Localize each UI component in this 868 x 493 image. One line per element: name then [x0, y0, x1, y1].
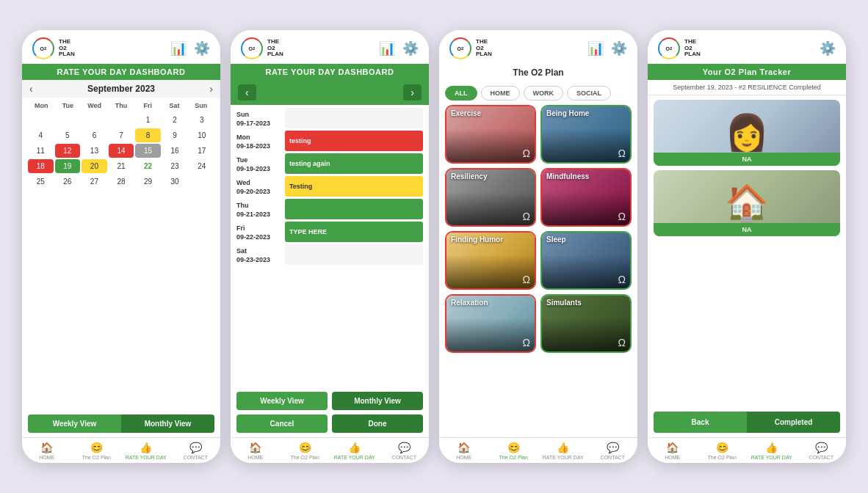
relaxation-omega: Ω: [523, 337, 530, 348]
monthly-view-button[interactable]: Monthly View: [121, 415, 214, 433]
tracker-item-1[interactable]: 👩 NA: [654, 100, 840, 166]
cal-day-gray[interactable]: 15: [135, 144, 161, 158]
activity-resiliency[interactable]: Resiliency Ω: [445, 168, 536, 227]
activity-exercise[interactable]: Exercise Ω: [445, 105, 536, 164]
weekly-view-btn-2[interactable]: Weekly View: [236, 392, 328, 410]
cal-day[interactable]: 4: [28, 128, 54, 142]
monthly-view-btn-2[interactable]: Monthly View: [332, 392, 423, 410]
week-bar-fri[interactable]: TYPE HERE: [285, 222, 423, 242]
cal-day[interactable]: 16: [162, 144, 188, 158]
activity-finding-humor[interactable]: Finding Humor Ω: [445, 231, 536, 290]
week-date-tue: Tue09-19-2023: [236, 153, 282, 174]
nav-label: CONTACT: [809, 455, 833, 460]
filter-home[interactable]: HOME: [481, 86, 520, 101]
week-bar-sun[interactable]: [285, 108, 423, 128]
weekly-view-button[interactable]: Weekly View: [28, 415, 121, 433]
activity-mindfulness[interactable]: Mindfulness Ω: [540, 168, 632, 227]
cal-day[interactable]: 28: [109, 175, 134, 189]
cal-day[interactable]: 2: [162, 113, 188, 127]
cal-day[interactable]: 6: [82, 128, 107, 142]
activity-sleep[interactable]: Sleep Ω: [540, 231, 632, 290]
nav-home-3[interactable]: 🏠HOME: [439, 438, 489, 463]
cal-day[interactable]: 5: [55, 128, 81, 142]
bottom-nav-3: 🏠HOME 😊The O2 Plan 👍RATE YOUR DAY 💬CONTA…: [439, 437, 637, 463]
chart-icon-1[interactable]: 📊: [170, 40, 187, 56]
nav-label: HOME: [456, 455, 471, 460]
rateyourday-icon: 👍: [140, 442, 152, 453]
cancel-btn[interactable]: Cancel: [236, 415, 328, 433]
cal-day[interactable]: 10: [189, 128, 214, 142]
cal-day[interactable]: 27: [82, 175, 107, 189]
cal-day[interactable]: 17: [189, 144, 214, 158]
activity-being-home[interactable]: Being Home Ω: [540, 105, 632, 164]
gear-icon-2[interactable]: ⚙️: [402, 40, 419, 56]
nav-rateyourday-1[interactable]: 👍RATE YOUR DAY: [121, 438, 171, 463]
prev-week-button[interactable]: ‹: [238, 84, 256, 101]
cal-day[interactable]: 25: [28, 175, 54, 189]
screen3-content: ALL HOME WORK SOCIAL Exercise Ω: [439, 81, 637, 437]
nav-rateyourday-3[interactable]: 👍RATE YOUR DAY: [538, 438, 588, 463]
view-buttons: Weekly View Monthly View: [28, 415, 214, 433]
week-bar-wed[interactable]: Testing: [285, 176, 423, 197]
cal-day[interactable]: 9: [162, 128, 188, 142]
cal-day-yellow[interactable]: 20: [82, 159, 107, 173]
cal-day[interactable]: 30: [162, 175, 188, 189]
cal-day[interactable]: 1: [135, 113, 161, 127]
filter-social[interactable]: SOCIAL: [567, 86, 611, 101]
cal-day[interactable]: 23: [162, 159, 188, 173]
cal-day[interactable]: 3: [189, 113, 214, 127]
week-bar-tue[interactable]: testing again: [285, 153, 423, 174]
cal-day[interactable]: 21: [109, 159, 134, 173]
chart-icon-3[interactable]: 📊: [587, 40, 604, 56]
nav-rateyourday-2[interactable]: 👍RATE YOUR DAY: [330, 438, 380, 463]
cal-day[interactable]: 11: [28, 144, 54, 158]
o2plan-icon-4: 😊: [716, 442, 728, 453]
gear-icon-4[interactable]: ⚙️: [820, 40, 836, 56]
nav-contact-2[interactable]: 💬CONTACT: [380, 438, 430, 463]
back-button[interactable]: Back: [654, 412, 747, 433]
prev-month-button[interactable]: ‹: [29, 83, 33, 95]
nav-o2plan-3[interactable]: 😊The O2 Plan: [489, 438, 539, 463]
cal-day[interactable]: 29: [135, 175, 161, 189]
filter-all[interactable]: ALL: [445, 86, 477, 101]
completed-button[interactable]: Completed: [747, 412, 840, 433]
nav-label: RATE YOUR DAY: [126, 455, 167, 460]
nav-home-2[interactable]: 🏠HOME: [231, 438, 281, 463]
gear-icon-3[interactable]: ⚙️: [611, 40, 627, 56]
cal-day-red[interactable]: 18: [28, 159, 54, 173]
nav-o2plan-4[interactable]: 😊The O2 Plan: [698, 438, 748, 463]
nav-o2plan-2[interactable]: 😊The O2 Plan: [281, 438, 330, 463]
next-week-button[interactable]: ›: [403, 84, 422, 101]
cal-day-empty: [55, 113, 81, 127]
nav-label: The O2 Plan: [708, 455, 737, 460]
nav-contact-3[interactable]: 💬CONTACT: [588, 438, 638, 463]
gear-icon-1[interactable]: ⚙️: [194, 40, 210, 56]
nav-contact-1[interactable]: 💬CONTACT: [171, 438, 221, 463]
done-btn[interactable]: Done: [332, 415, 423, 433]
nav-home-1[interactable]: 🏠HOME: [22, 438, 72, 463]
week-bar-sat[interactable]: [285, 244, 423, 265]
cal-day-red[interactable]: 14: [109, 144, 134, 158]
cal-day-red[interactable]: 12: [55, 144, 81, 158]
chart-icon-2[interactable]: 📊: [379, 40, 395, 56]
nav-o2plan-1[interactable]: 😊The O2 Plan: [72, 438, 122, 463]
nav-contact-4[interactable]: 💬CONTACT: [797, 438, 847, 463]
activity-relaxation[interactable]: Relaxation Ω: [445, 294, 536, 353]
week-bar-thu[interactable]: [285, 199, 423, 219]
activity-simulants[interactable]: Simulants Ω: [540, 294, 632, 353]
cal-day[interactable]: 26: [55, 175, 81, 189]
cal-day-green[interactable]: 19: [55, 159, 81, 173]
filter-work[interactable]: WORK: [524, 86, 564, 101]
week-bar-mon[interactable]: testing: [285, 131, 423, 151]
nav-home-4[interactable]: 🏠HOME: [648, 438, 698, 463]
next-month-button[interactable]: ›: [209, 83, 213, 95]
cal-week-1: 1 2 3: [28, 113, 214, 127]
cal-day-today[interactable]: 22: [135, 159, 161, 173]
cal-day-yellow[interactable]: 8: [135, 128, 161, 142]
tracker-item-2[interactable]: 🏠 NA: [654, 170, 840, 236]
bottom-nav-1: 🏠HOME 😊The O2 Plan 👍RATE YOUR DAY 💬CONTA…: [22, 437, 220, 463]
nav-rateyourday-4[interactable]: 👍RATE YOUR DAY: [747, 438, 797, 463]
cal-day[interactable]: 24: [189, 159, 214, 173]
cal-day[interactable]: 7: [109, 128, 134, 142]
cal-day[interactable]: 13: [82, 144, 107, 158]
